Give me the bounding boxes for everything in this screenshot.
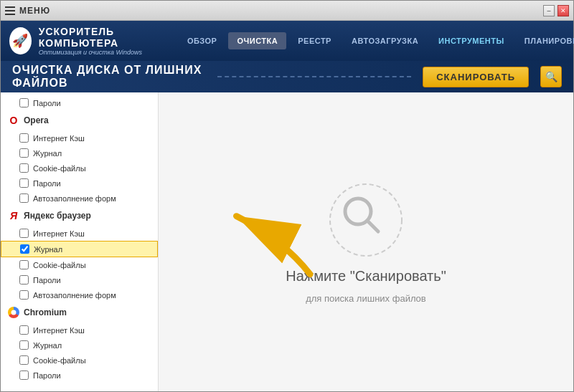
checkbox-opera-pwd[interactable] bbox=[19, 178, 29, 188]
checkbox-yandex-autofill[interactable] bbox=[19, 290, 29, 300]
main-window: МЕНЮ – ✕ 🚀 УСКОРИТЕЛЬ КОМПЬЮТЕРА Оптимиз… bbox=[0, 0, 574, 392]
list-item[interactable]: Cookie-файлы bbox=[1, 353, 158, 368]
list-item[interactable]: Автозаполнение форм bbox=[1, 287, 158, 302]
nav-scheduler[interactable]: ПЛАНИРОВЩИК bbox=[516, 32, 574, 49]
item-label: Cookie-файлы bbox=[33, 261, 86, 269]
item-label: Пароли bbox=[33, 179, 61, 188]
list-item[interactable]: Интернет Кэш bbox=[1, 130, 158, 145]
checkbox-opera-cookies[interactable] bbox=[19, 163, 29, 173]
section-opera-label: Opera bbox=[24, 115, 49, 125]
logo-subtitle: Оптимизация и очистка Windows bbox=[39, 49, 167, 56]
checkbox-chromium-cache[interactable] bbox=[19, 325, 29, 335]
list-item[interactable]: Cookie-файлы bbox=[1, 161, 158, 176]
section-opera: O Opera bbox=[1, 110, 158, 130]
checkbox-chromium-pwd[interactable] bbox=[19, 371, 29, 380]
logo-area: 🚀 УСКОРИТЕЛЬ КОМПЬЮТЕРА Оптимизация и оч… bbox=[9, 26, 167, 56]
checkbox-yandex-cookies[interactable] bbox=[19, 260, 29, 269]
item-label: Журнал bbox=[33, 341, 62, 350]
menu-label: МЕНЮ bbox=[19, 6, 50, 16]
list-item[interactable]: Журнал bbox=[1, 145, 158, 161]
yandex-icon: Я bbox=[8, 210, 19, 221]
nav-autostart[interactable]: АВТОЗАГРУЗКА bbox=[343, 32, 427, 49]
checkbox-yandex-cache[interactable] bbox=[19, 229, 29, 238]
title-bar: МЕНЮ – ✕ bbox=[1, 1, 573, 21]
title-bar-controls: – ✕ bbox=[543, 5, 569, 16]
page-title: ОЧИСТКА ДИСКА ОТ ЛИШНИХ ФАЙЛОВ bbox=[12, 64, 206, 90]
item-label: Журнал bbox=[34, 245, 62, 254]
left-panel: Пароли O Opera Интернет Кэш Журнал Cooki… bbox=[1, 92, 159, 391]
section-chromium-label: Chromium bbox=[24, 307, 67, 317]
item-label: Пароли bbox=[33, 99, 61, 107]
checkbox-opera-cache[interactable] bbox=[19, 133, 29, 143]
opera-icon: O bbox=[8, 115, 19, 126]
logo-icon: 🚀 bbox=[9, 27, 32, 54]
prompt-sub: для поиска лишних файлов bbox=[306, 293, 426, 304]
item-label: Автозаполнение форм bbox=[33, 291, 116, 300]
section-chromium: Chromium bbox=[1, 302, 158, 322]
logo-title: УСКОРИТЕЛЬ КОМПЬЮТЕРА bbox=[39, 26, 167, 49]
list-item[interactable]: Cookie-файлы bbox=[1, 257, 158, 272]
list-item[interactable]: Пароли bbox=[1, 272, 158, 287]
item-label: Журнал bbox=[33, 149, 62, 158]
scan-button[interactable]: СКАНИРОВАТЬ bbox=[423, 67, 529, 87]
page-header: ОЧИСТКА ДИСКА ОТ ЛИШНИХ ФАЙЛОВ СКАНИРОВА… bbox=[1, 61, 573, 92]
search-button[interactable]: 🔍 bbox=[540, 66, 562, 87]
nav-overview[interactable]: ОБЗОР bbox=[179, 32, 225, 49]
checkbox-opera-journal[interactable] bbox=[19, 148, 29, 158]
checkbox-chromium-journal[interactable] bbox=[19, 340, 29, 350]
list-item[interactable]: Пароли bbox=[1, 95, 158, 110]
right-panel: Нажмите "Сканировать" для поиска лишних … bbox=[159, 92, 573, 391]
chromium-icon bbox=[8, 307, 19, 318]
item-label: Интернет Кэш bbox=[33, 134, 85, 143]
minimize-button[interactable]: – bbox=[543, 5, 555, 16]
item-label: Пароли bbox=[33, 371, 61, 380]
dots-decoration bbox=[217, 76, 411, 77]
list-item[interactable]: Пароли bbox=[1, 176, 158, 191]
item-label: Cookie-файлы bbox=[33, 356, 86, 365]
nav-menu: ОБЗОР ОЧИСТКА РЕЕСТР АВТОЗАГРУЗКА ИНСТРУ… bbox=[179, 32, 574, 49]
item-label: Автозаполнение форм bbox=[33, 194, 116, 203]
list-item[interactable]: Интернет Кэш bbox=[1, 322, 158, 338]
checkbox-opera-autofill[interactable] bbox=[19, 193, 29, 203]
list-item[interactable]: Пароли bbox=[1, 368, 158, 383]
nav-registry[interactable]: РЕЕСТР bbox=[289, 32, 340, 49]
app-header: 🚀 УСКОРИТЕЛЬ КОМПЬЮТЕРА Оптимизация и оч… bbox=[1, 21, 573, 61]
section-yandex-label: Яндекс браузер bbox=[24, 211, 91, 221]
title-bar-left: МЕНЮ bbox=[5, 6, 50, 16]
list-item-highlighted[interactable]: Журнал bbox=[1, 241, 158, 257]
prompt-main: Нажмите "Сканировать" bbox=[286, 268, 446, 285]
content-area: Пароли O Opera Интернет Кэш Журнал Cooki… bbox=[1, 92, 573, 391]
item-label: Cookie-файлы bbox=[33, 164, 86, 173]
item-label: Пароли bbox=[33, 276, 61, 285]
checkbox-yandex-pwd[interactable] bbox=[19, 275, 29, 285]
item-label: Интернет Кэш bbox=[33, 326, 85, 335]
list-item[interactable]: Интернет Кэш bbox=[1, 226, 158, 241]
scan-illustration bbox=[326, 181, 405, 259]
hamburger-icon[interactable] bbox=[5, 6, 15, 15]
checkbox-chromium-cookies[interactable] bbox=[19, 355, 29, 365]
checkbox-pwd-top[interactable] bbox=[19, 98, 29, 107]
center-content: Нажмите "Сканировать" для поиска лишних … bbox=[286, 181, 446, 304]
logo-text-area: УСКОРИТЕЛЬ КОМПЬЮТЕРА Оптимизация и очис… bbox=[39, 26, 167, 56]
item-label: Интернет Кэш bbox=[33, 229, 85, 238]
list-item[interactable]: Автозаполнение форм bbox=[1, 191, 158, 206]
section-yandex: Я Яндекс браузер bbox=[1, 206, 158, 226]
svg-line-3 bbox=[367, 221, 378, 231]
close-button[interactable]: ✕ bbox=[557, 5, 569, 16]
nav-cleaning[interactable]: ОЧИСТКА bbox=[228, 32, 286, 49]
nav-tools[interactable]: ИНСТРУМЕНТЫ bbox=[430, 32, 513, 49]
checkbox-yandex-journal[interactable] bbox=[20, 244, 29, 254]
list-item[interactable]: Журнал bbox=[1, 338, 158, 353]
